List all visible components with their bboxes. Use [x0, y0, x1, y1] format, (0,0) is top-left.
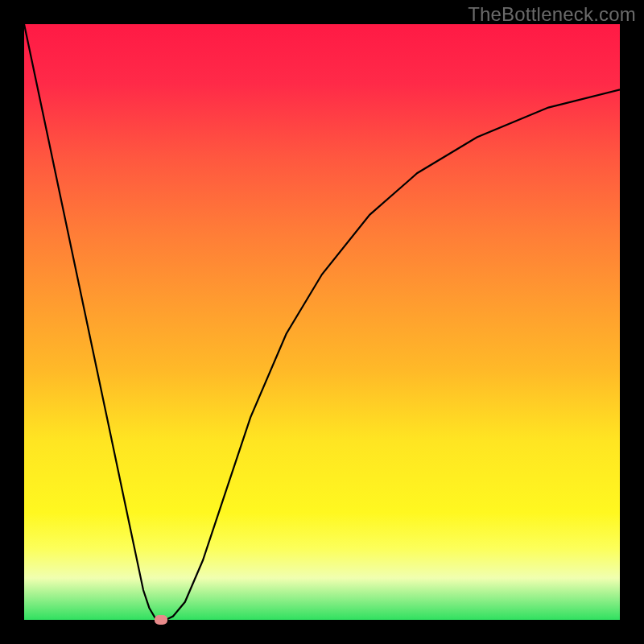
plot-area [24, 24, 620, 620]
bottleneck-curve [24, 24, 620, 620]
curve-path [24, 24, 620, 620]
optimal-marker [155, 615, 167, 625]
chart-frame: TheBottleneck.com [0, 0, 644, 644]
watermark-text: TheBottleneck.com [468, 3, 636, 26]
